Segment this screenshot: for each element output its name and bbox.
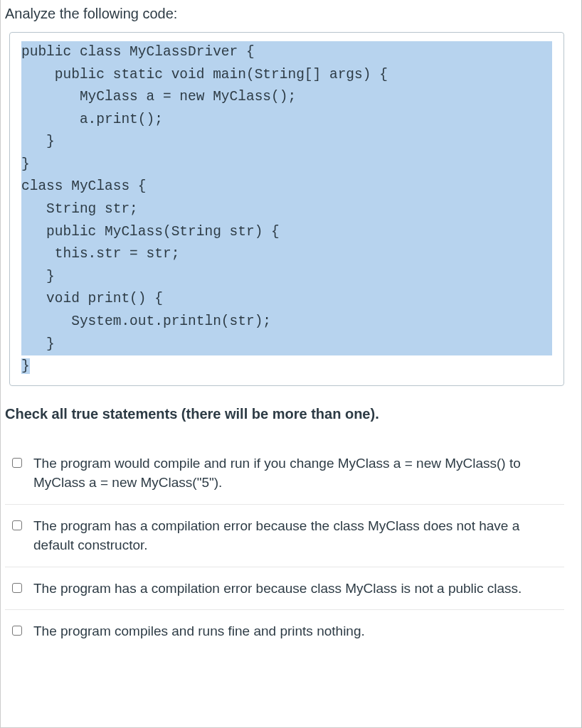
code-line: this.str = str; — [21, 243, 552, 266]
checkbox-icon[interactable] — [12, 458, 22, 468]
prompt-text: Analyze the following code: — [5, 6, 177, 21]
code-line: } — [21, 154, 552, 176]
checkbox-icon[interactable] — [12, 626, 22, 636]
code-line: a.print(); — [21, 109, 552, 132]
code-line: String str; — [21, 198, 552, 221]
code-line: } — [21, 358, 30, 374]
code-line: public class MyClassDriver { — [21, 41, 552, 64]
option-text: The program compiles and runs fine and p… — [33, 621, 559, 641]
option-row[interactable]: The program has a compilation error beca… — [5, 505, 564, 567]
code-line: void print() { — [21, 288, 552, 311]
option-row[interactable]: The program compiles and runs fine and p… — [5, 610, 564, 653]
option-text: The program has a compilation error beca… — [33, 516, 559, 555]
code-line: } — [21, 266, 552, 289]
checkbox-icon[interactable] — [12, 583, 22, 593]
option-row[interactable]: The program has a compilation error beca… — [5, 567, 564, 611]
check-prompt-text: Check all true statements (there will be… — [5, 406, 379, 422]
checkbox-icon[interactable] — [12, 520, 22, 530]
code-block: public class MyClassDriver { public stat… — [9, 32, 564, 386]
question-container: Analyze the following code: public class… — [0, 0, 582, 728]
question-prompt: Analyze the following code: — [1, 0, 564, 32]
option-text: The program would compile and run if you… — [33, 454, 559, 493]
options-list: The program would compile and run if you… — [1, 442, 564, 653]
check-prompt: Check all true statements (there will be… — [1, 399, 564, 442]
option-text: The program has a compilation error beca… — [33, 579, 559, 599]
code-line: MyClass a = new MyClass(); — [21, 86, 552, 109]
code-line: System.out.println(str); — [21, 311, 552, 333]
code-line: public static void main(String[] args) { — [21, 64, 552, 87]
code-line: } — [21, 131, 552, 154]
code-line: public MyClass(String str) { — [21, 221, 552, 244]
code-line: class MyClass { — [21, 176, 552, 198]
code-line: } — [21, 333, 552, 356]
option-row[interactable]: The program would compile and run if you… — [5, 442, 564, 505]
